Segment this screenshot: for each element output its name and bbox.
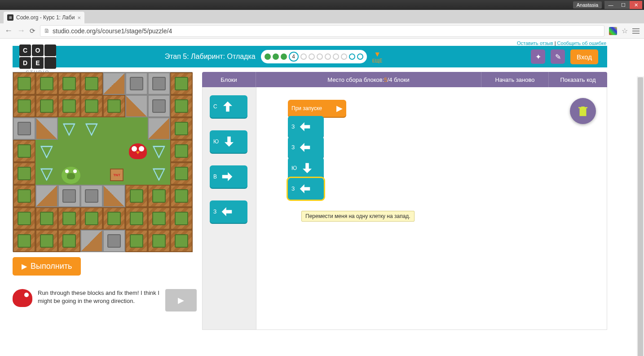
tab-close-icon[interactable]: ×	[77, 14, 81, 21]
blockly-workspace: С Ю В З	[202, 87, 607, 330]
hint-text: Run through these blocks and fix them! I…	[38, 289, 160, 305]
arrow-left-icon	[297, 181, 313, 196]
block-move-south[interactable]: Ю	[210, 130, 247, 153]
hint-bird-icon	[13, 289, 32, 307]
block-move-north[interactable]: С	[210, 95, 247, 118]
level-dot-todo[interactable]	[341, 53, 347, 60]
level-dot-todo[interactable]	[300, 53, 307, 60]
block-move-west-selected[interactable]: З	[288, 178, 324, 200]
arrow-down-icon	[221, 134, 237, 149]
extension-icon[interactable]	[609, 27, 617, 35]
level-dot-todo[interactable]	[325, 53, 331, 60]
browser-menu-button[interactable]	[632, 28, 640, 34]
block-move-east[interactable]: В	[210, 165, 247, 188]
scrollbar-thumb[interactable]	[638, 77, 643, 356]
hint-box: Run through these blocks and fix them! I…	[13, 289, 197, 312]
level-dot-done[interactable]	[273, 53, 279, 60]
main-area: TNT ▶ Выполнить Run through these blocks…	[0, 67, 620, 334]
level-dot-todo[interactable]	[333, 53, 339, 60]
nav-forward-button[interactable]: →	[17, 26, 25, 36]
level-dot-done[interactable]	[265, 53, 271, 60]
code-studio-logo[interactable]: CO DE STUDIO	[19, 44, 56, 75]
block-move-west[interactable]: З	[288, 137, 324, 158]
pig-sprite	[62, 167, 80, 184]
block-stack: При запуске ▶ З З	[288, 101, 607, 200]
window-maximize-button[interactable]: ☐	[617, 1, 630, 9]
browser-window: ⊞ Code.org - Курс 1: Лаби × ← → ⟳ 🗎 stud…	[0, 10, 644, 356]
edit-button[interactable]: ✎	[551, 49, 565, 64]
workspace-toolbar: Блоки Место сбора блоков: 5 / 4 блоки На…	[202, 72, 607, 87]
favicon-icon: ⊞	[7, 14, 13, 21]
address-bar: ← → ⟳ 🗎 studio.code.org/s/course1/stage/…	[0, 23, 644, 39]
tab-title: Code.org - Курс 1: Лаби	[16, 14, 75, 21]
block-tooltip: Перемести меня на одну клетку на запад.	[301, 211, 415, 222]
bookmark-star-icon[interactable]: ☆	[622, 27, 628, 35]
feedback-link[interactable]: Оставить отзыв	[517, 40, 553, 46]
window-minimize-button[interactable]: —	[604, 1, 617, 9]
show-code-button[interactable]: Показать код	[549, 72, 607, 87]
level-dot-todo[interactable]	[317, 53, 323, 60]
hint-video-thumbnail[interactable]	[165, 289, 197, 312]
play-icon: ▶	[336, 103, 343, 113]
tnt-sprite: TNT	[110, 169, 124, 181]
block-toolbox: С Ю В З	[203, 87, 256, 329]
level-dot-done[interactable]	[281, 53, 287, 60]
browser-tab[interactable]: ⊞ Code.org - Курс 1: Лаби ×	[4, 12, 84, 23]
angry-bird-sprite	[129, 143, 147, 159]
toolbar-blocks-label: Блоки	[202, 72, 256, 87]
page-icon: 🗎	[44, 27, 50, 34]
os-titlebar: Anastasia — ☐ ✕	[0, 0, 644, 10]
os-user-badge: Anastasia	[573, 1, 602, 9]
rocket-button[interactable]: ✦	[531, 49, 545, 64]
run-button[interactable]: ▶ Выполнить	[13, 257, 81, 276]
chevron-down-icon: ▼	[374, 50, 381, 58]
level-dot-current[interactable]: 4	[289, 52, 299, 62]
arrow-left-icon	[297, 119, 313, 134]
block-canvas[interactable]: При запуске ▶ З З	[256, 87, 607, 329]
login-button[interactable]: Вход	[570, 49, 598, 64]
level-dot-end[interactable]	[357, 53, 363, 60]
report-link[interactable]: Сообщить об ошибке	[557, 40, 606, 46]
more-levels-button[interactable]: ▼ ЕЩЁ	[372, 50, 383, 63]
trash-icon	[576, 104, 590, 118]
page-content: Оставить отзыв | Сообщить об ошибке CO D…	[0, 39, 644, 356]
page-scrollbar[interactable]	[637, 76, 644, 356]
stage-title: Этап 5: Лабиринт: Отладка	[165, 53, 256, 61]
trash-button[interactable]	[570, 98, 596, 124]
nav-back-button[interactable]: ←	[4, 26, 13, 36]
arrow-up-icon	[220, 99, 235, 114]
arrow-right-icon	[220, 169, 235, 184]
url-text: studio.code.org/s/course1/stage/5/puzzle…	[53, 27, 172, 35]
progress-indicator: 4	[261, 50, 367, 63]
block-when-run[interactable]: При запуске ▶	[288, 100, 346, 117]
window-close-button[interactable]: ✕	[630, 1, 642, 9]
block-move-west[interactable]: З	[210, 200, 247, 223]
reset-button[interactable]: Начать заново	[481, 72, 549, 87]
reload-button[interactable]: ⟳	[30, 27, 35, 35]
block-move-west[interactable]: З	[288, 116, 324, 138]
maze-game-area: TNT	[13, 72, 192, 252]
toolbar-block-count: Место сбора блоков: 5 / 4 блоки	[256, 72, 481, 87]
arrow-left-icon	[219, 204, 234, 219]
arrow-down-icon	[300, 160, 315, 176]
top-links: Оставить отзыв | Сообщить об ошибке	[0, 39, 620, 46]
url-input[interactable]: 🗎 studio.code.org/s/course1/stage/5/puzz…	[40, 25, 604, 37]
level-dot-todo[interactable]	[309, 53, 315, 60]
tab-strip: ⊞ Code.org - Курс 1: Лаби ×	[0, 10, 644, 23]
left-column: TNT ▶ Выполнить Run through these blocks…	[13, 72, 197, 330]
play-icon: ▶	[22, 262, 27, 271]
header-bar: CO DE STUDIO Этап 5: Лабиринт: Отладка 4	[13, 46, 607, 67]
block-move-south[interactable]: Ю	[288, 157, 324, 179]
workspace-column: Блоки Место сбора блоков: 5 / 4 блоки На…	[202, 72, 607, 330]
level-dot-end[interactable]	[349, 53, 355, 60]
arrow-left-icon	[297, 140, 313, 155]
